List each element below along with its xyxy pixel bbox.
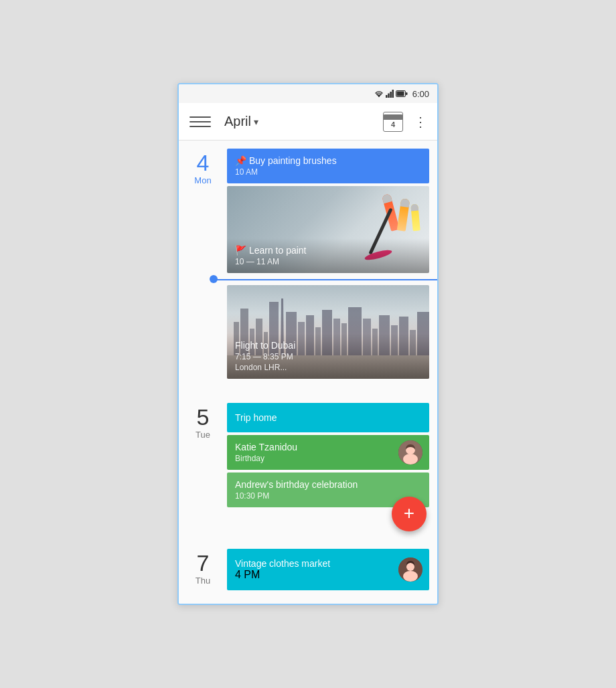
event-trip-home[interactable]: Trip home <box>227 403 429 432</box>
day-label-monday: 4 Mon <box>179 149 227 387</box>
more-options-button[interactable]: ⋮ <box>414 114 427 130</box>
svg-rect-4 <box>392 90 394 98</box>
day-name-mon: Mon <box>194 175 211 185</box>
svg-point-10 <box>403 454 418 464</box>
svg-rect-1 <box>386 95 388 98</box>
status-bar: 6:00 <box>179 84 437 103</box>
event-title-vintage: Vintage clothes market <box>235 558 393 569</box>
status-icons: 6:00 <box>374 89 429 99</box>
svg-rect-7 <box>396 92 404 96</box>
event-photo-text: 🚩 Learn to paint 10 — 11 AM <box>227 238 429 273</box>
event-title-paint: 🚩 Learn to paint <box>235 245 421 256</box>
svg-point-13 <box>406 563 414 571</box>
event-katie-birthday[interactable]: Katie Tzanidou Birthday <box>227 435 429 470</box>
event-title-dubai: Flight to Dubai <box>235 340 421 351</box>
event-title: 📌 Buy painting brushes <box>235 155 421 166</box>
event-time: 10 AM <box>235 167 421 177</box>
day-section-monday: 4 Mon 📌 Buy painting brushes 10 AM <box>179 141 437 387</box>
event-buy-painting-brushes[interactable]: 📌 Buy painting brushes 10 AM <box>227 149 429 183</box>
event-time-dubai: 7:15 — 8:35 PM <box>235 352 421 361</box>
fab-plus-icon: + <box>404 504 414 523</box>
phone-frame: 6:00 April ▾ 4 ⋮ 4 Mon <box>177 83 439 605</box>
event-time-andrew: 10:30 PM <box>235 491 421 501</box>
wifi-icon <box>374 90 384 98</box>
day-number-5: 5 <box>197 406 210 428</box>
month-label: April <box>224 114 251 129</box>
event-title-andrew: Andrew's birthday celebration <box>235 479 421 490</box>
day-name-tue: Tue <box>196 430 210 440</box>
event-location-dubai: London LHR... <box>235 363 421 372</box>
status-time: 6:00 <box>412 89 429 99</box>
add-event-fab[interactable]: + <box>392 497 427 531</box>
calendar-today-button[interactable]: 4 <box>383 112 403 132</box>
event-title-katie: Katie Tzanidou <box>235 442 389 452</box>
svg-point-0 <box>378 96 380 97</box>
event-vintage-market[interactable]: Vintage clothes market 4 PM <box>227 549 429 590</box>
day-section-tuesday: 5 Tue Trip home Katie Tzanidou Birthday <box>179 395 437 515</box>
event-flight-dubai[interactable]: Flight to Dubai 7:15 — 8:35 PM London LH… <box>227 285 429 379</box>
toolbar-icons: 4 ⋮ <box>383 112 427 132</box>
day-label-thursday: 7 Thu <box>179 549 227 598</box>
svg-point-14 <box>403 571 418 582</box>
avatar-katie <box>398 440 422 464</box>
timeline-indicator <box>220 276 429 282</box>
day-label-tuesday: 5 Tue <box>179 403 227 515</box>
day-number-7: 7 <box>197 551 210 574</box>
calendar-content: 4 Mon 📌 Buy painting brushes 10 AM <box>179 141 437 604</box>
day-number-4: 4 <box>197 151 210 174</box>
day-separator <box>179 387 437 395</box>
events-monday: 📌 Buy painting brushes 10 AM <box>227 149 437 387</box>
dropdown-arrow: ▾ <box>254 116 258 127</box>
avatar-vintage <box>398 557 422 582</box>
calendar-day-number: 4 <box>391 120 395 128</box>
event-title-trip: Trip home <box>235 412 421 423</box>
svg-rect-2 <box>388 94 390 98</box>
cal-top <box>384 114 402 120</box>
event-time-vintage: 4 PM <box>235 569 393 581</box>
svg-rect-3 <box>390 92 392 98</box>
events-thursday: Vintage clothes market 4 PM <box>227 549 437 598</box>
dubai-event-text: Flight to Dubai 7:15 — 8:35 PM London LH… <box>227 333 429 379</box>
day-name-thu: Thu <box>196 576 210 586</box>
toolbar-title[interactable]: April ▾ <box>224 114 383 129</box>
menu-button[interactable] <box>189 116 211 127</box>
svg-rect-6 <box>406 92 408 95</box>
battery-icon <box>396 90 408 97</box>
day-section-thursday: 7 Thu Vintage clothes market 4 PM <box>179 515 437 604</box>
toolbar: April ▾ 4 ⋮ <box>179 103 437 141</box>
event-time-paint: 10 — 11 AM <box>235 257 421 266</box>
event-subtitle-katie: Birthday <box>235 454 389 463</box>
signal-icon <box>386 90 394 98</box>
event-learn-to-paint[interactable]: 🚩 Learn to paint 10 — 11 AM <box>227 186 429 273</box>
